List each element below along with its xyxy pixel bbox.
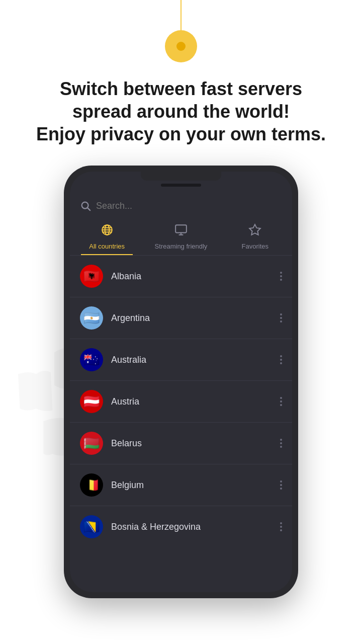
wire-line	[180, 0, 182, 30]
country-name-australia: Australia	[111, 355, 272, 365]
app-content: All countries Streaming friendly	[70, 172, 292, 592]
tab-all-countries[interactable]: All countries	[70, 217, 144, 255]
tabs-bar: All countries Streaming friendly	[70, 217, 292, 256]
flag-bosnia: 🇧🇦	[80, 515, 103, 538]
more-menu-belgium[interactable]	[280, 480, 282, 490]
star-icon	[248, 223, 261, 239]
search-bar[interactable]	[70, 194, 292, 217]
phone-notch	[141, 172, 221, 181]
country-row-austria[interactable]: 🇦🇹 Austria	[70, 381, 292, 423]
tab-all-countries-label: All countries	[89, 243, 125, 250]
flag-australia: 🇦🇺	[80, 348, 103, 371]
flag-argentina: 🇦🇷	[80, 306, 103, 330]
more-menu-argentina[interactable]	[280, 313, 282, 323]
bulb-icon	[165, 30, 197, 62]
flag-belgium: 🇧🇪	[80, 473, 103, 497]
more-menu-bosnia[interactable]	[280, 522, 282, 531]
tab-streaming-label: Streaming friendly	[155, 243, 208, 250]
flag-albania: 🇦🇱	[80, 265, 103, 288]
country-list: 🇦🇱 Albania 🇦🇷	[70, 256, 292, 592]
top-section: Switch between fast servers spread aroun…	[0, 0, 362, 155]
bulb-inner	[176, 42, 186, 51]
country-name-argentina: Argentina	[111, 313, 272, 324]
headline: Switch between fast servers spread aroun…	[6, 62, 356, 155]
country-name-austria: Austria	[111, 396, 272, 407]
country-row-belarus[interactable]: 🇧🇾 Belarus	[70, 423, 292, 464]
country-row-bosnia[interactable]: 🇧🇦 Bosnia & Herzegovina	[70, 506, 292, 547]
country-name-bosnia: Bosnia & Herzegovina	[111, 522, 272, 532]
wire-container	[165, 0, 197, 62]
more-menu-belarus[interactable]	[280, 439, 282, 448]
country-row-argentina[interactable]: 🇦🇷 Argentina	[70, 297, 292, 339]
more-menu-australia[interactable]	[280, 355, 282, 364]
search-input[interactable]	[96, 201, 282, 211]
country-row-albania[interactable]: 🇦🇱 Albania	[70, 256, 292, 297]
headline-line1: Switch between fast servers	[60, 78, 302, 99]
flag-belarus: 🇧🇾	[80, 432, 103, 455]
country-row-australia[interactable]: 🇦🇺 Australia	[70, 339, 292, 381]
headline-line3: Enjoy privacy on your own terms.	[36, 124, 326, 144]
country-name-belarus: Belarus	[111, 438, 272, 449]
monitor-icon	[174, 223, 188, 239]
tab-streaming-friendly[interactable]: Streaming friendly	[144, 217, 218, 255]
more-menu-albania[interactable]	[280, 272, 282, 281]
country-row-belgium[interactable]: 🇧🇪 Belgium	[70, 464, 292, 506]
phone-speaker	[161, 184, 201, 187]
svg-line-1	[87, 208, 90, 210]
country-name-albania: Albania	[111, 271, 272, 282]
phone-inner: All countries Streaming friendly	[70, 172, 292, 592]
svg-rect-7	[175, 225, 187, 232]
headline-line2: spread around the world!	[72, 101, 290, 122]
search-icon	[80, 200, 91, 211]
tab-favorites-label: Favorites	[242, 243, 268, 250]
globe-icon	[101, 223, 114, 239]
phone-outer: All countries Streaming friendly	[64, 166, 298, 598]
country-name-belgium: Belgium	[111, 480, 272, 491]
flag-austria: 🇦🇹	[80, 390, 103, 413]
phone-wrapper: All countries Streaming friendly	[0, 166, 362, 598]
svg-marker-10	[249, 224, 260, 235]
more-menu-austria[interactable]	[280, 397, 282, 406]
tab-favorites[interactable]: Favorites	[218, 217, 292, 255]
